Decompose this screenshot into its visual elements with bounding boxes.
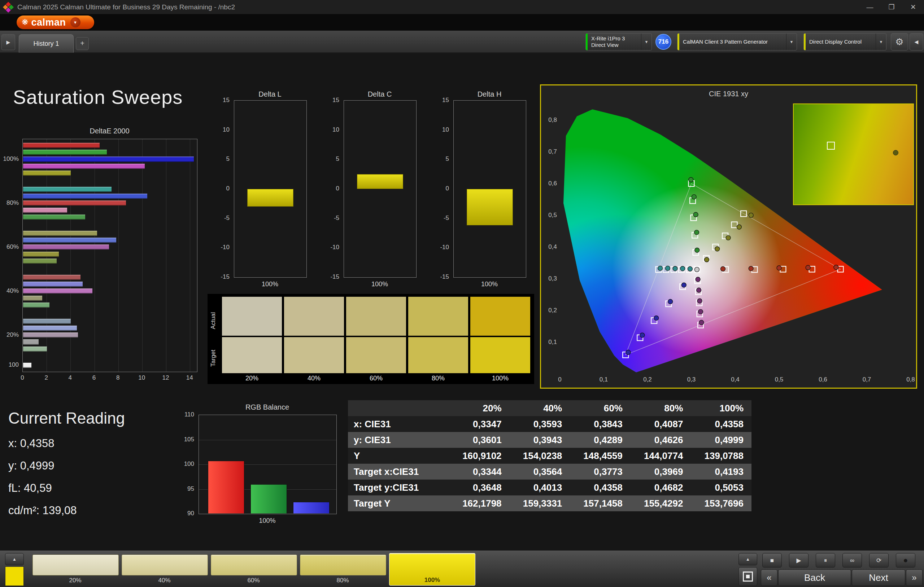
- deltae-bar: [23, 231, 97, 236]
- pattern-tile-40%[interactable]: [122, 554, 208, 575]
- deltae-bar: [23, 363, 31, 368]
- y-tick-label: 5: [214, 155, 229, 163]
- y-tick-label: 0: [433, 185, 449, 192]
- table-cell: 0,3843: [570, 416, 630, 432]
- gridline: [142, 139, 143, 372]
- pattern-generator-dropdown[interactable]: CalMAN Client 3 Pattern Generator ▼: [677, 33, 797, 51]
- pause-button[interactable]: ⏸: [816, 553, 835, 567]
- back-chevron-button[interactable]: «: [761, 569, 777, 586]
- calman-menu-button[interactable]: ❋ calman ▼: [16, 15, 94, 29]
- pattern-generator-label: CalMAN Client 3 Pattern Generator: [679, 39, 786, 45]
- y-tick-label: -10: [214, 244, 229, 251]
- table-row: Y160,9102154,0238148,4559144,0774139,078…: [348, 448, 751, 464]
- display-control-dropdown[interactable]: Direct Display Control ▼: [804, 33, 886, 51]
- table-cell: 0,3593: [510, 416, 570, 432]
- table-cell: 154,0238: [510, 448, 570, 464]
- tab-history-1[interactable]: History 1: [19, 34, 74, 53]
- add-tab-button[interactable]: +: [76, 37, 89, 50]
- meter-count-badge[interactable]: 716: [655, 34, 672, 50]
- actual-swatch-40%: [284, 297, 344, 336]
- y-tick-label: 110: [178, 411, 194, 418]
- deltae-chart-title: DeltaE 2000: [22, 127, 197, 135]
- delta-h-x-label: 100%: [453, 281, 526, 288]
- actual-swatch-20%: [222, 297, 282, 336]
- table-cell: 144,0774: [630, 448, 691, 464]
- column-header: 80%: [630, 400, 691, 416]
- chevron-right-icon: »: [912, 572, 916, 583]
- y-tick-label: 0,8: [541, 117, 557, 124]
- loop-infinite-button[interactable]: ∞: [842, 553, 862, 567]
- deltae-bar: [23, 150, 107, 155]
- pattern-list-up-button[interactable]: ▲: [5, 553, 24, 566]
- y-tick-label: -5: [214, 215, 229, 222]
- next-chevron-button[interactable]: »: [906, 569, 922, 586]
- chevron-down-icon[interactable]: ▼: [641, 33, 652, 50]
- x-tick-label: 6: [90, 374, 99, 381]
- deltae-bar: [23, 303, 50, 307]
- record-button[interactable]: ●: [896, 553, 915, 567]
- meter-dropdown[interactable]: X-Rite i1Pro 3 Direct View ▼: [586, 33, 652, 51]
- swatch-label: 40%: [284, 375, 344, 382]
- pattern-tile-100%[interactable]: 100%: [389, 553, 475, 585]
- y-tick-label: 0,3: [541, 275, 557, 282]
- target-swatch-40%: [284, 337, 344, 373]
- y-group-label: 60%: [0, 243, 19, 251]
- chevron-down-icon[interactable]: ▼: [786, 33, 797, 50]
- settings-button[interactable]: ⚙: [891, 33, 908, 51]
- table-cell: 0,4358: [691, 416, 751, 432]
- delta-c-chart: [343, 100, 416, 278]
- table-cell: 0,3344: [449, 464, 510, 480]
- gridline: [166, 139, 167, 372]
- close-button[interactable]: ✕: [903, 0, 924, 14]
- deltae-bar: [23, 281, 82, 287]
- play-icon: ▶: [796, 557, 801, 564]
- delta-h-title: Delta H: [453, 90, 526, 99]
- chevron-left-icon: «: [767, 572, 771, 583]
- refresh-icon: ⟳: [876, 557, 881, 564]
- swatch-label: 20%: [222, 375, 282, 382]
- title-bar: Calman 2025 Calman Ultimate for Business…: [0, 0, 924, 15]
- current-reading-line: fL: 40,59: [8, 482, 52, 495]
- x-tick-label: 14: [185, 374, 194, 381]
- pattern-tile-80%[interactable]: [300, 554, 386, 575]
- minimize-button[interactable]: —: [859, 0, 881, 14]
- maximize-button[interactable]: ❐: [881, 0, 903, 14]
- chevron-down-icon[interactable]: ▼: [876, 33, 886, 50]
- x-tick-label: 0,4: [728, 376, 742, 383]
- calman-menu-arrow-icon[interactable]: ▼: [70, 17, 81, 27]
- pattern-tile-label: 60%: [211, 577, 296, 584]
- collapse-panel-button[interactable]: ◀: [909, 33, 923, 51]
- deltae-bar: [23, 275, 81, 280]
- row-label: y: CIE31: [348, 432, 449, 448]
- target-swatch-60%: [346, 337, 406, 373]
- y-group-label: 40%: [0, 288, 19, 294]
- expand-panel-button[interactable]: ▶: [2, 34, 15, 50]
- pattern-tile-label: 80%: [300, 577, 386, 584]
- stop-button[interactable]: ■: [762, 553, 782, 567]
- pattern-window-button[interactable]: [739, 567, 757, 586]
- y-tick-label: 15: [214, 97, 229, 104]
- transport-up-button[interactable]: ▲: [739, 553, 757, 566]
- deltae-bar: [23, 156, 194, 161]
- y-tick-label: 10: [214, 126, 229, 133]
- pattern-tile-20%[interactable]: [33, 554, 119, 575]
- table-cell: 0,3773: [570, 464, 630, 480]
- delta-bar: [357, 174, 403, 189]
- next-button[interactable]: Next: [852, 569, 905, 586]
- table-cell: 0,3969: [630, 464, 691, 480]
- display-control-label: Direct Display Control: [805, 39, 876, 45]
- column-header: 100%: [691, 400, 751, 416]
- y-group-label: 20%: [0, 331, 19, 339]
- back-button[interactable]: Back: [778, 569, 851, 586]
- pattern-tile-60%[interactable]: [211, 554, 297, 575]
- table-cell: 0,4289: [570, 432, 630, 448]
- delta-l-title: Delta L: [234, 90, 306, 99]
- collapse-left-icon: ◀: [915, 39, 919, 45]
- page-title: Saturation Sweeps: [13, 86, 183, 108]
- play-button[interactable]: ▶: [789, 553, 808, 567]
- actual-swatch-100%: [470, 297, 530, 336]
- deltae-y-axis: 100%80%60%40%20%100: [0, 139, 20, 372]
- x-tick-label: 0,8: [903, 376, 918, 383]
- target-swatch-80%: [408, 337, 468, 373]
- refresh-button[interactable]: ⟳: [869, 553, 889, 567]
